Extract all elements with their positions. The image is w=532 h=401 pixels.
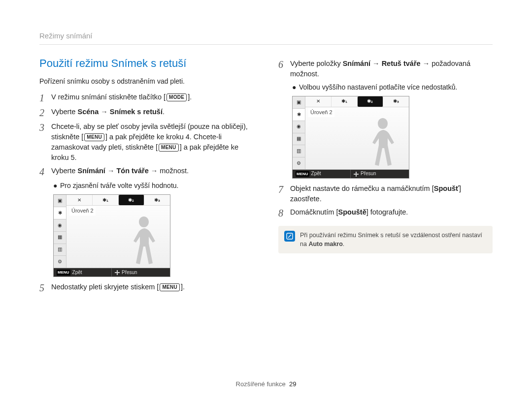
step-bold: Retuš tváře [382,60,421,67]
step-bold: Snímání [343,60,370,67]
section-title: Použití režimu Snímek s retuší [39,56,254,71]
mode-button-ref: MODE [166,93,187,101]
step-number: 7 [278,184,290,195]
step-text: V režimu snímání stiskněte tlačítko [ [51,93,166,101]
footer-back: Zpět [72,269,82,277]
menu-button-ref: MENU [160,283,180,291]
footer-back: Zpět [311,170,321,178]
step-bold: Snímek s retuší [110,108,163,116]
sidebar-icon: ◉ [54,219,66,232]
option-bar: ✕ ✱₁ ✱₂ ✱₃ [305,96,409,107]
arrow: → [105,167,117,175]
footer-move: Přesun [361,170,376,178]
menu-icon: MENU [296,171,309,177]
sidebar-icon: ◉ [293,121,305,133]
arrow: → [99,108,110,116]
bullet-icon: ● [53,181,60,190]
menu-button-ref: MENU [84,133,104,141]
page-footer: Rozšířené funkce 29 [0,380,532,389]
sidebar-icon: ▣ [293,96,305,109]
step-text: Vyberte [51,108,77,116]
step-text: Vyberte položky [290,60,343,67]
info-note: Při používání režimu Snímek s retuší se … [278,226,493,253]
step-number: 5 [39,282,51,294]
info-icon [284,231,295,242]
note-bold: Auto makro [308,241,342,247]
page-section-header: Režimy snímání [39,31,493,45]
ui-main-area: ✕ ✱₁ ✱₂ ✱₃ Úroveň 2 [305,96,409,169]
ui-sidebar: ▣ ✱ ◉ ▦ ▥ ⚙ [293,96,305,169]
ui-footer: MENUZpět Přesun [293,169,409,178]
step-bold: Scéna [77,108,99,116]
sidebar-icon-selected: ✱ [293,109,305,121]
step-number: 1 [39,92,51,104]
step-text: Domáčknutím [ [290,208,338,216]
sidebar-icon: ▦ [54,232,66,244]
bullet-icon: ● [292,82,299,92]
left-column: Použití režimu Snímek s retuší Pořízení … [39,56,254,297]
step-text: ]. [188,93,192,101]
step-5: 5 Nedostatky pleti skryjete stiskem [MEN… [39,282,254,294]
ui-sidebar: ▣ ✱ ◉ ▦ ▥ ⚙ [54,195,66,268]
sidebar-icon: ⚙ [293,157,305,169]
step-4: 4 Vyberte Snímání → Tón tváře → možnost. [39,166,254,178]
step-bold: Spoušť [434,185,459,192]
step-text: Nedostatky pleti skryjete stiskem [ [51,283,159,291]
step-text: . [163,108,165,116]
page-number: 29 [289,380,296,388]
dpad-icon [115,270,120,275]
step-2: 2 Vyberte Scéna → Snímek s retuší. [39,107,254,119]
arrow: → [370,60,382,67]
bullet-item: ● Volbou vyššího nastavení potlačíte víc… [292,82,493,92]
bullet-text: Pro zjasnění tváře volte vyšší hodnotu. [60,181,178,190]
step-text: Vyberte [51,167,77,175]
option-bar: ✕ ✱₁ ✱₂ ✱₃ [66,195,170,206]
sidebar-icon: ▥ [54,244,66,256]
step-number: 8 [278,207,290,219]
note-text: . [343,241,344,247]
dpad-icon [354,172,359,177]
option-label: Úroveň 2 [69,207,96,216]
step-text: Objekt nastavte do rámečku a namáčknutím… [290,185,434,192]
sidebar-icon: ▥ [293,145,305,157]
step-bold: Tón tváře [116,167,148,175]
menu-button-ref: MENU [159,144,179,152]
camera-ui-preview: ▣ ✱ ◉ ▦ ▥ ⚙ ✕ ✱₁ ✱₂ ✱₃ Ú [53,194,170,277]
sidebar-icon: ▦ [293,133,305,146]
option-level2-selected: ✱₂ [119,195,145,205]
step-1: 1 V režimu snímání stiskněte tlačítko [M… [39,92,254,104]
step-number: 2 [39,107,51,119]
option-label: Úroveň 2 [308,108,334,117]
step-text: → možnost. [149,167,189,175]
person-silhouette-icon [127,214,161,268]
sidebar-icon-selected: ✱ [54,207,66,219]
ui-main-area: ✕ ✱₁ ✱₂ ✱₃ Úroveň 2 [66,195,170,268]
person-silhouette-icon [366,115,400,169]
step-number: 6 [278,59,290,70]
option-level1: ✱₁ [93,195,119,205]
camera-ui-preview: ▣ ✱ ◉ ▦ ▥ ⚙ ✕ ✱₁ ✱₂ ✱₃ Ú [292,96,409,179]
footer-label: Rozšířené funkce [236,380,286,388]
option-off: ✕ [66,195,93,205]
bullet-item: ● Pro zjasnění tváře volte vyšší hodnotu… [53,181,254,190]
option-level3: ✱₃ [144,195,170,205]
option-level3: ✱₃ [383,96,409,107]
step-bold: Snímání [77,167,105,175]
step-8: 8 Domáčknutím [Spouště] fotografujte. [278,207,493,219]
step-text: ] fotografujte. [366,208,408,216]
option-off: ✕ [305,96,332,107]
bullet-text: Volbou vyššího nastavení potlačíte více … [299,82,457,92]
sidebar-icon: ▣ [54,195,66,207]
option-level1: ✱₁ [332,96,358,107]
step-7: 7 Objekt nastavte do rámečku a namáčknut… [278,184,493,204]
footer-move: Přesun [122,269,137,277]
sidebar-icon: ⚙ [54,256,66,268]
step-6: 6 Vyberte položky Snímání → Retuš tváře … [278,59,493,79]
menu-icon: MENU [57,270,70,276]
step-bold: Spouště [338,208,366,216]
step-text: ]. [181,283,185,291]
step-number: 3 [39,122,51,133]
step-3: 3 Chcete-li, aby se pleť osoby jevila sv… [39,122,254,163]
intro-text: Pořízení snímku osoby s odstraněním vad … [39,76,254,86]
ui-footer: MENUZpět Přesun [54,268,170,277]
